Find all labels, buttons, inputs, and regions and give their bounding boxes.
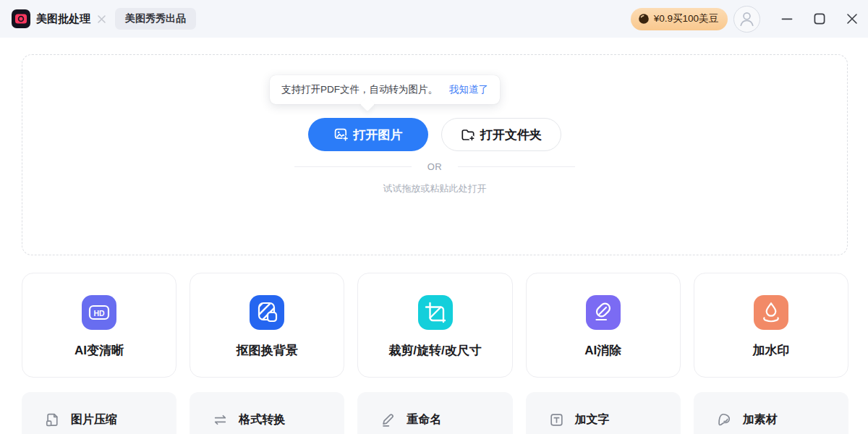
maximize-icon[interactable] bbox=[814, 13, 825, 25]
open-folder-button[interactable]: 打开文件夹 bbox=[441, 118, 561, 151]
card-label: 重命名 bbox=[407, 412, 441, 427]
rename-icon bbox=[380, 412, 396, 428]
card-label: 加文字 bbox=[575, 412, 610, 427]
minimize-icon[interactable] bbox=[781, 13, 793, 25]
buy-beans-label: ¥0.9买100美豆 bbox=[654, 12, 718, 25]
pdf-tooltip-text: 支持打开PDF文件，自动转为图片。 bbox=[281, 83, 438, 96]
cutout-icon bbox=[250, 295, 284, 330]
titlebar-right: ¥0.9买100美豆 bbox=[631, 6, 858, 33]
card-label: 加素材 bbox=[743, 412, 778, 427]
app-logo-icon bbox=[12, 9, 30, 28]
open-image-button[interactable]: 打开图片 bbox=[308, 118, 428, 151]
convert-icon bbox=[212, 412, 229, 428]
tool-cards-row: 图片压缩 格式转换 重命名 bbox=[22, 392, 848, 434]
add-sticker-icon bbox=[716, 412, 733, 428]
card-label: 抠图换背景 bbox=[237, 342, 298, 359]
card-crop-rotate-resize[interactable]: 裁剪/旋转/改尺寸 bbox=[357, 273, 512, 378]
crop-icon bbox=[418, 295, 453, 330]
hd-icon: HD bbox=[82, 295, 116, 330]
open-folder-label: 打开文件夹 bbox=[480, 127, 542, 143]
card-ai-enhance[interactable]: HD AI变清晰 bbox=[22, 273, 176, 378]
card-label: 图片压缩 bbox=[71, 412, 117, 427]
card-add-text[interactable]: 加文字 bbox=[526, 392, 681, 434]
card-ai-erase[interactable]: AI消除 bbox=[526, 273, 681, 378]
tooltip-arrow bbox=[360, 97, 375, 111]
open-buttons-row: 打开图片 打开文件夹 bbox=[308, 118, 561, 151]
pdf-tooltip: 支持打开PDF文件，自动转为图片。 我知道了 bbox=[270, 75, 500, 104]
divider-line bbox=[294, 166, 412, 167]
bean-icon bbox=[638, 13, 650, 25]
brand-tab: 美图秀秀出品 bbox=[115, 8, 196, 30]
titlebar: 美图批处理 美图秀秀出品 ¥0.9买100美豆 bbox=[0, 0, 868, 38]
card-label: AI消除 bbox=[584, 342, 621, 359]
or-label: OR bbox=[427, 161, 443, 172]
compress-icon bbox=[44, 412, 61, 428]
card-label: 格式转换 bbox=[239, 412, 285, 427]
card-rename[interactable]: 重命名 bbox=[357, 392, 512, 434]
card-cutout-background[interactable]: 抠图换背景 bbox=[190, 273, 344, 378]
divider-line bbox=[458, 166, 575, 167]
buy-beans-badge[interactable]: ¥0.9买100美豆 bbox=[631, 8, 728, 30]
card-image-compress[interactable]: 图片压缩 bbox=[22, 392, 176, 434]
drag-drop-hint: 试试拖放或粘贴此处打开 bbox=[22, 182, 847, 195]
folder-plus-icon bbox=[461, 127, 475, 142]
feature-cards-row: HD AI变清晰 抠图换背景 bbox=[22, 273, 848, 378]
close-window-icon[interactable] bbox=[846, 13, 858, 25]
watermark-icon bbox=[754, 295, 788, 330]
or-divider: OR bbox=[294, 161, 575, 172]
svg-text:HD: HD bbox=[94, 309, 106, 318]
card-format-convert[interactable]: 格式转换 bbox=[190, 392, 344, 434]
add-text-icon bbox=[548, 412, 565, 428]
close-icon[interactable] bbox=[97, 14, 106, 24]
open-image-label: 打开图片 bbox=[354, 127, 403, 143]
image-plus-icon bbox=[334, 127, 349, 142]
app-title: 美图批处理 bbox=[36, 12, 90, 26]
card-add-watermark[interactable]: 加水印 bbox=[694, 273, 848, 378]
card-label: AI变清晰 bbox=[75, 342, 124, 359]
eraser-icon bbox=[586, 295, 621, 330]
card-label: 裁剪/旋转/改尺寸 bbox=[388, 342, 481, 359]
tooltip-dismiss-link[interactable]: 我知道了 bbox=[449, 83, 488, 96]
card-add-sticker[interactable]: 加素材 bbox=[694, 392, 848, 434]
brand-tab-label: 美图秀秀出品 bbox=[125, 12, 186, 25]
avatar[interactable] bbox=[733, 6, 760, 33]
file-drop-zone[interactable]: 支持打开PDF文件，自动转为图片。 我知道了 打开图片 bbox=[22, 54, 848, 255]
card-label: 加水印 bbox=[752, 342, 789, 359]
